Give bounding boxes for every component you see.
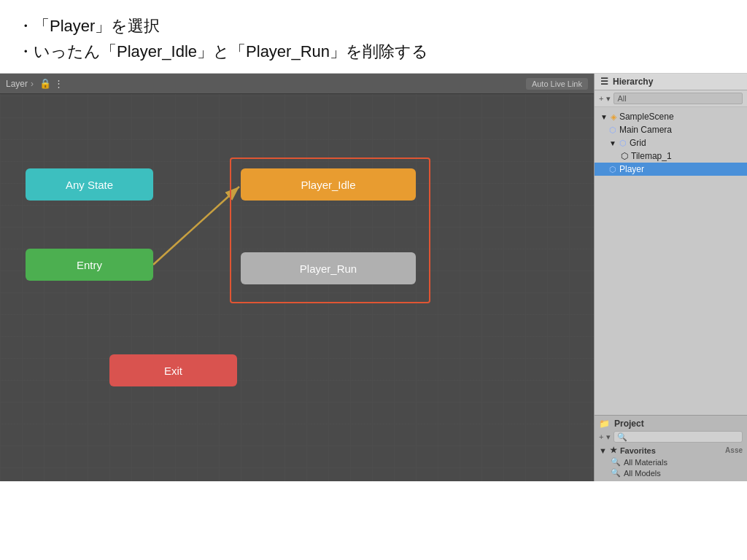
exit-node[interactable]: Exit [109, 354, 237, 386]
grid-expand-icon: ▼ [609, 139, 616, 147]
instruction-line-2: ・いったん「Player_Idle」と「Player_Run」を削除する [18, 39, 729, 64]
project-add-button[interactable]: + [599, 432, 603, 441]
project-toolbar: + ▾ [599, 431, 743, 443]
favorites-item-models[interactable]: 🔍 All Models [599, 467, 743, 478]
favorites-expand: ▼ [599, 446, 607, 455]
search-icon-models: 🔍 [611, 468, 621, 478]
obj-icon-camera: ⬡ [609, 125, 616, 135]
favorites-section: ▼ ★ Favorites Asse 🔍 All Materials 🔍 All… [599, 446, 743, 478]
all-models-label: All Models [624, 469, 661, 478]
scene-expand-icon: ▼ [600, 113, 608, 121]
main-camera-label: Main Camera [619, 125, 672, 135]
hierarchy-header: ☰ Hierarchy [595, 74, 747, 90]
obj-icon-player: ⬡ [609, 165, 616, 174]
instructions-block: ・「Player」を選択 ・いったん「Player_Idle」と「Player_… [0, 0, 747, 73]
project-search-input[interactable] [614, 431, 743, 443]
any-state-node[interactable]: Any State [26, 168, 153, 201]
menu-icon: ⋮ [54, 78, 63, 89]
hierarchy-toolbar: + ▾ All [595, 90, 747, 107]
obj-icon-tilemap: ⬡ [621, 151, 628, 161]
project-header: 📁 Project [599, 419, 743, 429]
hierarchy-title: Hierarchy [613, 77, 653, 87]
favorites-star-icon: ★ [610, 446, 617, 455]
layer-label: Layer [6, 79, 28, 89]
hierarchy-tree: ▼ ◈ SampleScene ⬡ Main Camera ▼ ⬡ Grid [595, 107, 747, 415]
tilemap-label: Tilemap_1 [631, 151, 672, 161]
project-panel: 📁 Project + ▾ ▼ ★ Favorites Asse [595, 415, 747, 481]
obj-icon-grid: ⬡ [619, 139, 627, 148]
tree-item-grid[interactable]: ▼ ⬡ Grid [595, 136, 747, 149]
project-dropdown[interactable]: ▾ [606, 432, 611, 442]
favorites-label: Favorites [620, 446, 656, 455]
player-idle-node[interactable]: Player_Idle [241, 168, 416, 201]
tree-item-tilemap[interactable]: ⬡ Tilemap_1 [595, 149, 747, 163]
breadcrumb-arrow: › [31, 79, 34, 89]
favorites-header: ▼ ★ Favorites Asse [599, 446, 743, 455]
tree-item-player[interactable]: ⬡ Player [595, 163, 747, 176]
svg-line-1 [153, 187, 239, 265]
scene-label: SampleScene [619, 112, 674, 122]
all-materials-label: All Materials [624, 458, 667, 467]
favorites-item-materials[interactable]: 🔍 All Materials [599, 456, 743, 467]
animator-panel[interactable]: Layer › 🔒 ⋮ Auto Live Link Any State Ent… [0, 74, 594, 481]
lock-icon: 🔒 [39, 78, 51, 89]
project-title: Project [614, 419, 644, 429]
player-label: Player [619, 164, 644, 174]
player-run-node[interactable]: Player_Run [241, 252, 416, 284]
hierarchy-panel: ☰ Hierarchy + ▾ All ▼ ◈ SampleScene ⬡ Ma… [594, 74, 747, 481]
tree-item-samplescene[interactable]: ▼ ◈ SampleScene [595, 110, 747, 123]
instruction-line-1: ・「Player」を選択 [18, 13, 729, 39]
hierarchy-dropdown[interactable]: ▾ [606, 94, 611, 104]
hierarchy-search[interactable]: All [614, 93, 743, 104]
right-panels: ☰ Hierarchy + ▾ All ▼ ◈ SampleScene ⬡ Ma… [594, 74, 747, 481]
entry-node[interactable]: Entry [26, 249, 153, 281]
search-icon-materials: 🔍 [611, 457, 621, 467]
assets-column-header: Asse [725, 446, 743, 454]
hierarchy-add-button[interactable]: + [599, 94, 603, 103]
animator-toolbar: Layer › 🔒 ⋮ Auto Live Link [0, 74, 594, 94]
auto-live-link[interactable]: Auto Live Link [526, 78, 588, 90]
scene-icon: ◈ [611, 112, 616, 122]
hierarchy-list-icon: ☰ [600, 77, 608, 87]
project-folder-icon: 📁 [599, 419, 610, 429]
tree-item-main-camera[interactable]: ⬡ Main Camera [595, 123, 747, 136]
grid-label: Grid [630, 138, 646, 148]
main-content: Layer › 🔒 ⋮ Auto Live Link Any State Ent… [0, 73, 747, 481]
